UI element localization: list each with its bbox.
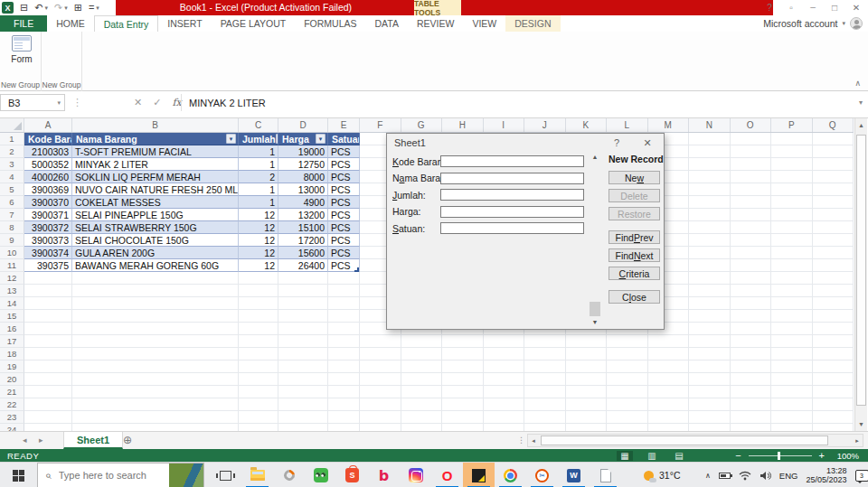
cell[interactable] <box>813 348 854 361</box>
cell[interactable] <box>360 398 401 411</box>
cell[interactable] <box>771 398 813 411</box>
table-cell[interactable]: 1 <box>239 196 278 209</box>
cell[interactable] <box>689 348 731 361</box>
cell[interactable] <box>239 411 278 424</box>
table-cell[interactable]: SOKLIN LIQ PERFM MERAH <box>72 171 239 183</box>
row-header-8[interactable]: 8 <box>0 221 24 234</box>
cell[interactable] <box>648 424 690 431</box>
cell[interactable] <box>24 424 72 431</box>
cell[interactable] <box>360 386 401 398</box>
table-cell[interactable]: GULA AREN 200G <box>72 247 239 259</box>
cell[interactable] <box>24 297 72 310</box>
cell[interactable] <box>648 411 690 424</box>
cell[interactable] <box>566 386 608 398</box>
cell[interactable] <box>484 411 525 424</box>
customize-qat-icon[interactable]: = <box>89 2 94 14</box>
undo-icon[interactable]: ↶ <box>34 2 42 14</box>
cell[interactable] <box>689 183 731 196</box>
table-cell[interactable]: 3900371 <box>24 209 72 221</box>
row-header-2[interactable]: 2 <box>0 145 24 158</box>
table-cell[interactable]: 15100 <box>278 221 328 234</box>
cell[interactable] <box>24 386 72 398</box>
shopee-button[interactable]: S <box>336 463 368 487</box>
cell[interactable] <box>72 285 239 297</box>
language-indicator[interactable]: ENG <box>779 471 798 481</box>
row-header-19[interactable]: 19 <box>0 361 24 373</box>
wifi-icon[interactable] <box>739 471 751 481</box>
cell[interactable] <box>239 323 278 335</box>
table-cell[interactable]: MINYAK 2 LITER <box>72 158 239 171</box>
nama-barang-input[interactable] <box>440 173 584 184</box>
cell[interactable] <box>813 361 854 373</box>
cell[interactable] <box>442 411 484 424</box>
cell[interactable] <box>771 196 813 209</box>
ribbon-tab-page-layout[interactable]: PAGE LAYOUT <box>212 15 296 32</box>
row-header-13[interactable]: 13 <box>0 285 24 297</box>
instagram-button[interactable] <box>400 463 431 487</box>
word-button[interactable]: W <box>558 463 590 487</box>
filter-dropdown-icon[interactable]: ▼ <box>226 134 236 144</box>
cell[interactable] <box>328 398 360 411</box>
cell[interactable] <box>72 361 239 373</box>
cell[interactable] <box>401 373 443 386</box>
cell[interactable] <box>24 373 72 386</box>
cell[interactable] <box>689 196 731 209</box>
table-cell[interactable]: T-SOFT PREMIUM FACIAL <box>72 145 239 158</box>
cell[interactable] <box>328 411 360 424</box>
cell[interactable] <box>689 398 731 411</box>
row-header-9[interactable]: 9 <box>0 234 24 247</box>
cell[interactable] <box>813 323 854 335</box>
ribbon-tab-view[interactable]: VIEW <box>463 15 505 32</box>
sheet-tab-sheet1[interactable]: Sheet1 <box>63 432 123 449</box>
column-header-F[interactable]: F <box>360 118 401 132</box>
cell[interactable] <box>278 335 328 348</box>
cell[interactable] <box>484 424 525 431</box>
cell[interactable] <box>689 221 731 234</box>
cell[interactable] <box>771 158 813 171</box>
ribbon-tab-home[interactable]: HOME <box>47 15 94 32</box>
save-icon[interactable]: ⊟ <box>20 2 28 14</box>
form-qat-icon[interactable]: ⊞ <box>74 2 82 14</box>
cell[interactable] <box>328 310 360 323</box>
table-cell[interactable]: 12750 <box>278 158 328 171</box>
column-header-H[interactable]: H <box>442 118 484 132</box>
table-resize-handle[interactable] <box>354 267 359 272</box>
table-cell[interactable]: 26400 <box>278 259 328 272</box>
cell[interactable] <box>328 373 360 386</box>
cell[interactable] <box>771 361 813 373</box>
column-header-P[interactable]: P <box>771 118 813 132</box>
confirm-entry-icon[interactable]: ✓ <box>153 97 161 108</box>
cell[interactable] <box>813 209 854 221</box>
table-cell[interactable]: SELAI PINEAPPLE 150G <box>72 209 239 221</box>
search-highlight-image[interactable] <box>169 464 203 487</box>
account-area[interactable]: Microsoft account ▾ <box>763 15 863 32</box>
cell[interactable] <box>813 133 854 145</box>
cell[interactable] <box>607 424 648 431</box>
cell[interactable] <box>813 297 854 310</box>
row-header-14[interactable]: 14 <box>0 297 24 310</box>
cell[interactable] <box>566 361 608 373</box>
cell[interactable] <box>731 386 772 398</box>
opera-button[interactable]: O <box>431 463 463 487</box>
cell[interactable] <box>72 373 239 386</box>
cell[interactable] <box>566 398 608 411</box>
cell[interactable] <box>607 348 648 361</box>
row-header-21[interactable]: 21 <box>0 386 24 398</box>
cell[interactable] <box>524 386 566 398</box>
table-cell[interactable]: 17200 <box>278 234 328 247</box>
dialog-scroll-up-icon[interactable]: ▲ <box>589 154 601 160</box>
row-header-1[interactable]: 1 <box>0 133 24 145</box>
cell[interactable] <box>607 411 648 424</box>
cell[interactable] <box>442 361 484 373</box>
cell[interactable] <box>648 361 690 373</box>
notepad-button[interactable] <box>590 463 621 487</box>
cell[interactable] <box>72 297 239 310</box>
cell[interactable] <box>813 196 854 209</box>
close-button[interactable]: Close <box>609 290 660 304</box>
cell[interactable] <box>278 361 328 373</box>
new-button[interactable]: New <box>609 171 660 184</box>
cell[interactable] <box>648 398 690 411</box>
cell[interactable] <box>239 272 278 285</box>
cell[interactable] <box>239 297 278 310</box>
row-header-7[interactable]: 7 <box>0 209 24 221</box>
